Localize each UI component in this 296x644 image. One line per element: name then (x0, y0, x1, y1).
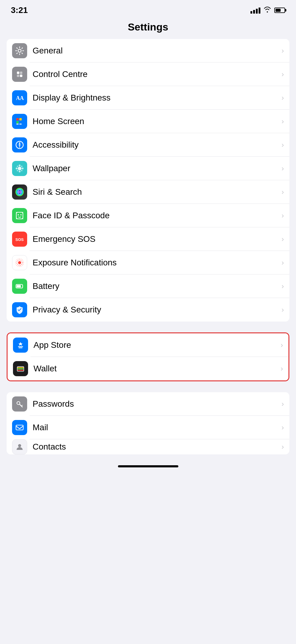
face-id-label: Face ID & Passcode (33, 211, 279, 220)
general-label: General (33, 46, 279, 56)
svg-rect-38 (18, 368, 24, 370)
exposure-notifications-icon (14, 258, 25, 268)
settings-item-siri-search[interactable]: Siri & Search › (7, 180, 289, 204)
svg-rect-41 (16, 425, 23, 430)
app-store-label: App Store (33, 340, 278, 350)
gear-icon (14, 46, 25, 56)
control-centre-label: Control Centre (33, 69, 279, 79)
chevron-icon: › (282, 423, 284, 432)
chevron-icon: › (282, 94, 284, 102)
emergency-sos-label: Emergency SOS (33, 234, 279, 244)
svg-rect-8 (16, 121, 19, 123)
status-time: 3:21 (11, 5, 28, 15)
face-id-icon (14, 210, 25, 221)
passwords-icon (14, 399, 25, 409)
control-centre-icon-wrap (12, 67, 27, 82)
settings-item-face-id[interactable]: Face ID & Passcode › (7, 204, 289, 227)
settings-item-emergency-sos[interactable]: SOS Emergency SOS › (7, 227, 289, 251)
svg-rect-26 (16, 212, 23, 219)
exposure-icon-wrap (12, 255, 27, 270)
svg-point-16 (19, 171, 21, 172)
settings-item-passwords[interactable]: Passwords › (7, 392, 289, 416)
app-store-icon (15, 340, 26, 350)
chevron-icon: › (282, 282, 284, 290)
chevron-icon: › (282, 443, 284, 451)
settings-group-3: Passwords › Mail › Contacts › (7, 392, 289, 454)
svg-point-15 (19, 165, 21, 166)
chevron-icon: › (282, 211, 284, 220)
svg-point-14 (18, 167, 21, 170)
svg-point-18 (22, 168, 24, 169)
wifi-icon (263, 6, 271, 14)
home-screen-icon (14, 116, 25, 127)
svg-point-17 (16, 168, 18, 169)
settings-item-wallet[interactable]: Wallet › (8, 357, 288, 380)
privacy-icon-wrap (12, 302, 27, 317)
mail-icon (14, 422, 25, 433)
svg-rect-3 (17, 75, 19, 77)
accessibility-icon (14, 140, 25, 150)
passwords-label: Passwords (33, 399, 279, 409)
svg-point-28 (21, 214, 22, 216)
settings-group-2: App Store › Wallet › (7, 332, 289, 381)
chevron-icon: › (282, 70, 284, 78)
chevron-icon: › (282, 117, 284, 126)
siri-icon (14, 187, 25, 197)
privacy-security-icon (14, 305, 25, 315)
status-bar: 3:21 (0, 0, 296, 18)
settings-item-control-centre[interactable]: Control Centre › (7, 62, 289, 86)
svg-rect-6 (16, 118, 19, 120)
svg-point-19 (17, 166, 18, 167)
siri-search-label: Siri & Search (33, 187, 279, 197)
toggles-icon (14, 69, 25, 79)
face-id-icon-wrap (12, 208, 27, 223)
mail-label: Mail (33, 423, 279, 432)
settings-item-app-store[interactable]: App Store › (8, 333, 288, 357)
battery-status-icon (274, 8, 285, 13)
wallet-label: Wallet (33, 364, 278, 373)
settings-item-home-screen[interactable]: Home Screen › (7, 110, 289, 133)
svg-point-0 (18, 49, 21, 52)
settings-item-exposure-notifications[interactable]: Exposure Notifications › (7, 251, 289, 274)
settings-item-display-brightness[interactable]: AA Display & Brightness › (7, 86, 289, 110)
svg-rect-34 (17, 285, 21, 287)
svg-point-40 (17, 402, 20, 405)
general-icon-wrap (12, 43, 27, 58)
settings-item-accessibility[interactable]: Accessibility › (7, 133, 289, 157)
settings-item-privacy-security[interactable]: Privacy & Security › (7, 298, 289, 322)
privacy-security-label: Privacy & Security (33, 305, 279, 315)
wallet-icon (15, 364, 26, 374)
svg-text:SOS: SOS (15, 237, 24, 242)
passwords-icon-wrap (12, 396, 27, 412)
siri-icon-wrap (12, 184, 27, 200)
wallpaper-icon (14, 163, 25, 174)
svg-rect-4 (20, 75, 22, 77)
svg-rect-37 (18, 367, 24, 368)
home-indicator (118, 465, 178, 467)
chevron-icon: › (282, 141, 284, 149)
svg-point-42 (18, 444, 21, 447)
settings-item-battery[interactable]: Battery › (7, 274, 289, 298)
wallet-icon-wrap (13, 361, 28, 376)
svg-rect-10 (16, 123, 19, 125)
home-screen-label: Home Screen (33, 117, 279, 126)
app-store-icon-wrap (13, 338, 28, 353)
settings-item-contacts[interactable]: Contacts › (7, 439, 289, 454)
settings-item-wallpaper[interactable]: Wallpaper › (7, 157, 289, 180)
svg-rect-9 (19, 121, 22, 123)
settings-item-mail[interactable]: Mail › (7, 416, 289, 439)
home-screen-icon-wrap (12, 114, 27, 129)
wallpaper-label: Wallpaper (33, 164, 279, 173)
chevron-icon: › (281, 364, 283, 373)
svg-rect-1 (17, 72, 19, 74)
chevron-icon: › (282, 46, 284, 55)
display-icon-wrap: AA (12, 90, 27, 105)
settings-item-general[interactable]: General › (7, 39, 289, 62)
wallpaper-icon-wrap (12, 161, 27, 176)
svg-point-30 (18, 261, 21, 264)
svg-text:AA: AA (16, 95, 24, 101)
contacts-icon (14, 442, 25, 452)
display-brightness-icon: AA (14, 93, 25, 103)
svg-point-21 (17, 170, 18, 171)
exposure-notifications-label: Exposure Notifications (33, 258, 279, 268)
